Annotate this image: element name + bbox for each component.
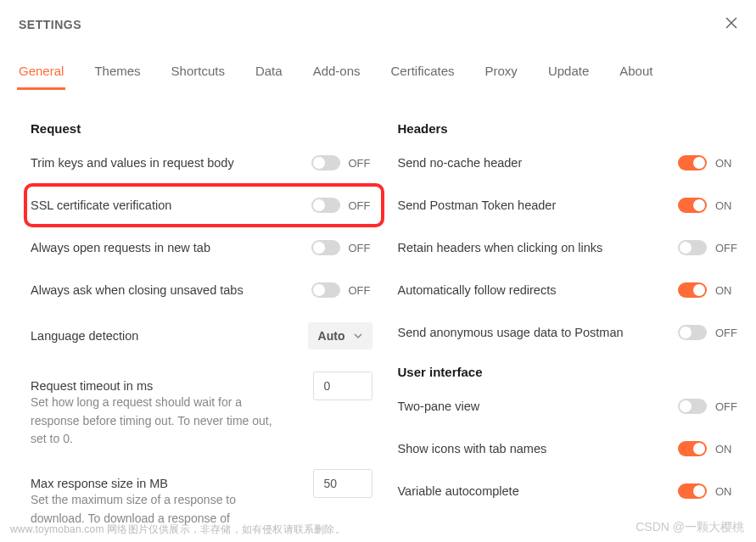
tab-general[interactable]: General	[17, 59, 65, 90]
right-column: Headers Send no-cache header ON Send Pos…	[398, 121, 740, 542]
lang-detect-select[interactable]: Auto	[308, 322, 372, 349]
max-resp-label: Max response size in MB	[31, 475, 168, 492]
redirects-toggle[interactable]	[678, 282, 707, 298]
autocomplete-toggle[interactable]	[678, 483, 707, 499]
ask-close-toggle[interactable]	[311, 282, 340, 298]
headers-section-title: Headers	[398, 121, 740, 136]
request-column: Request Trim keys and values in request …	[31, 121, 372, 542]
autocomplete-state: ON	[715, 485, 739, 498]
lang-detect-label: Language detection	[31, 327, 138, 344]
no-cache-state: ON	[715, 157, 739, 170]
lang-detect-value: Auto	[318, 329, 345, 343]
max-resp-input[interactable]	[313, 469, 372, 498]
tab-about[interactable]: About	[618, 59, 654, 90]
watermark-text-2: CSDN @一颗大樱桃	[636, 520, 744, 535]
watermark-text: www.toymoban.com 网络图片仅供展示，非存储，如有侵权请联系删除。	[10, 522, 345, 537]
two-pane-label: Two-pane view	[398, 398, 480, 415]
pm-token-toggle[interactable]	[678, 198, 707, 213]
pm-token-label: Send Postman Token header	[398, 197, 557, 214]
ui-section-title: User interface	[398, 365, 740, 379]
ask-close-label: Always ask when closing unsaved tabs	[31, 282, 244, 299]
tab-certificates[interactable]: Certificates	[389, 59, 456, 90]
anon-usage-state: OFF	[715, 327, 739, 339]
redirects-state: ON	[715, 284, 739, 297]
two-pane-state: OFF	[715, 400, 739, 413]
chevron-down-icon	[354, 332, 362, 340]
open-new-tab-label: Always open requests in new tab	[31, 239, 210, 256]
redirects-label: Automatically follow redirects	[398, 282, 557, 299]
pm-token-state: ON	[715, 199, 739, 212]
tab-icons-state: ON	[715, 443, 739, 455]
trim-keys-label: Trim keys and values in request body	[31, 154, 234, 171]
retain-headers-state: OFF	[715, 242, 739, 254]
ssl-verify-state: OFF	[349, 199, 372, 212]
tab-shortcuts[interactable]: Shortcuts	[170, 59, 227, 90]
retain-headers-toggle[interactable]	[678, 240, 707, 255]
trim-keys-state: OFF	[349, 157, 372, 170]
request-section-title: Request	[31, 121, 372, 136]
tab-update[interactable]: Update	[546, 59, 591, 90]
tab-proxy[interactable]: Proxy	[484, 59, 519, 90]
tab-icons-toggle[interactable]	[678, 441, 707, 456]
trim-keys-toggle[interactable]	[311, 155, 340, 170]
ask-close-state: OFF	[349, 284, 372, 297]
tab-data[interactable]: Data	[254, 59, 284, 90]
tab-addons[interactable]: Add-ons	[311, 59, 362, 90]
timeout-help: Set how long a request should wait for a…	[31, 394, 285, 449]
ssl-verify-label: SSL certificate verification	[31, 197, 171, 214]
settings-title: SETTINGS	[19, 18, 81, 31]
tab-icons-label: Show icons with tab names	[398, 440, 547, 457]
timeout-label: Request timeout in ms	[31, 377, 153, 394]
autocomplete-label: Variable autocomplete	[398, 483, 519, 500]
tab-themes[interactable]: Themes	[92, 59, 142, 90]
tabs-bar: General Themes Shortcuts Data Add-ons Ce…	[0, 59, 756, 91]
no-cache-toggle[interactable]	[678, 155, 707, 170]
two-pane-toggle[interactable]	[678, 399, 707, 414]
open-new-tab-state: OFF	[349, 242, 372, 254]
ssl-verify-toggle[interactable]	[311, 198, 340, 213]
ssl-highlight: SSL certificate verification OFF	[24, 183, 384, 227]
retain-headers-label: Retain headers when clicking on links	[398, 239, 603, 256]
close-icon[interactable]	[725, 15, 737, 33]
open-new-tab-toggle[interactable]	[311, 240, 340, 255]
anon-usage-toggle[interactable]	[678, 325, 707, 340]
anon-usage-label: Send anonymous usage data to Postman	[398, 324, 624, 341]
timeout-input[interactable]	[313, 372, 372, 400]
no-cache-label: Send no-cache header	[398, 154, 523, 171]
